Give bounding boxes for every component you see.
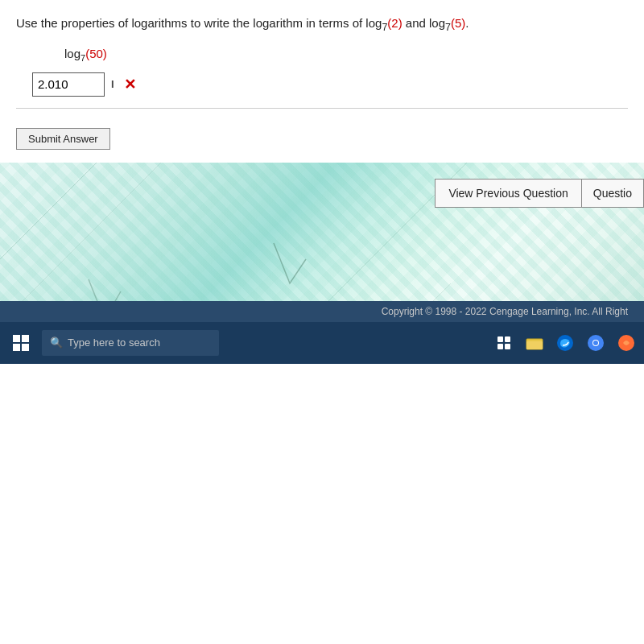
taskbar-icons	[493, 332, 638, 354]
cursor-indicator: I	[111, 78, 114, 90]
subscript2: 7	[445, 22, 451, 33]
answer-row: I ✕	[32, 72, 628, 97]
svg-rect-5	[505, 336, 510, 342]
incorrect-mark: ✕	[124, 76, 136, 93]
start-button[interactable]	[6, 328, 35, 357]
nav-buttons-row: View Previous Question Questio	[435, 179, 644, 208]
svg-line-1	[0, 163, 161, 324]
submit-button[interactable]: Submit Answer	[16, 128, 110, 150]
svg-rect-4	[497, 336, 503, 342]
svg-point-14	[593, 341, 598, 345]
file-explorer-icon[interactable]	[523, 332, 546, 354]
search-placeholder-text: Type here to search	[68, 336, 160, 349]
taskbar-search[interactable]: 🔍 Type here to search	[42, 330, 219, 356]
svg-rect-7	[505, 344, 510, 349]
taskbar: 🔍 Type here to search	[0, 322, 644, 364]
svg-rect-6	[497, 344, 503, 349]
question-count-button[interactable]: Questio	[582, 179, 644, 208]
submit-area: Submit Answer	[0, 128, 644, 163]
log-expression: log7(50)	[64, 47, 628, 63]
edge-icon[interactable]	[554, 332, 576, 354]
search-icon: 🔍	[50, 336, 63, 349]
divider	[16, 108, 628, 109]
answer-input[interactable]	[32, 72, 105, 97]
copyright-text: Copyright © 1998 - 2022 Cengage Learning…	[382, 306, 628, 317]
extra-icon[interactable]	[615, 332, 638, 354]
svg-rect-10	[526, 341, 543, 349]
instruction-text: Use the properties of logarithms to writ…	[16, 14, 628, 35]
svg-line-0	[0, 163, 97, 259]
windows-logo	[13, 335, 29, 351]
task-view-icon[interactable]	[493, 332, 515, 354]
browser-icon[interactable]	[584, 332, 607, 354]
view-previous-button[interactable]: View Previous Question	[435, 179, 581, 208]
copyright-bar: Copyright © 1998 - 2022 Cengage Learning…	[0, 301, 644, 322]
